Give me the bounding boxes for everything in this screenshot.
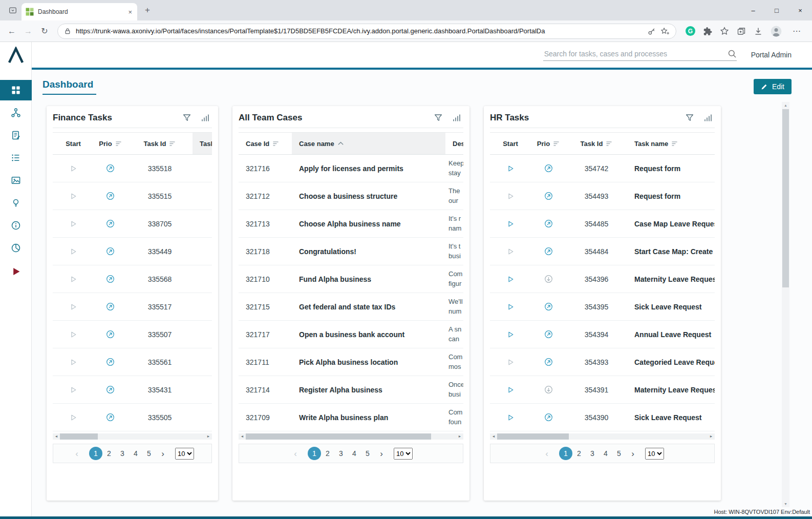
page-size-select[interactable]: 10 xyxy=(645,448,664,460)
task-row[interactable]: 354396 Maternity Leave Request xyxy=(490,265,715,293)
case-row[interactable]: 321712 Choose a business structure Theou… xyxy=(239,182,463,210)
page-number-button[interactable]: 4 xyxy=(348,447,361,460)
column-header-start[interactable]: Start xyxy=(53,133,94,154)
grammarly-icon[interactable]: G xyxy=(686,26,695,36)
global-search[interactable] xyxy=(543,49,737,61)
case-row[interactable]: 321713 Choose Alpha business name It's r… xyxy=(239,210,463,238)
maximize-button[interactable]: □ xyxy=(765,0,788,20)
next-page-button[interactable]: › xyxy=(375,449,388,459)
column-header-task-id[interactable]: Task Id xyxy=(127,133,193,154)
search-input[interactable] xyxy=(543,49,723,58)
task-row[interactable]: 354484 Start Case Map: Create Lea xyxy=(490,238,715,265)
sidebar-item-cases[interactable] xyxy=(0,148,32,168)
prev-page-button[interactable]: ‹ xyxy=(541,449,553,459)
task-row[interactable]: 354394 Annual Leave Request xyxy=(490,321,715,348)
page-scrollbar[interactable]: ▲ ▼ xyxy=(782,102,789,507)
scrollbar-track[interactable] xyxy=(60,433,205,440)
chart-icon[interactable] xyxy=(702,112,714,123)
scrollbar-track[interactable] xyxy=(246,433,456,440)
column-header-description[interactable]: Description xyxy=(445,133,463,154)
tab-actions-button[interactable] xyxy=(5,3,20,18)
user-menu[interactable]: Portal Admin xyxy=(751,51,792,59)
back-button[interactable]: ← xyxy=(4,24,19,39)
case-row[interactable]: 321710 Fund Alpha business Comfigur xyxy=(239,265,463,293)
start-task-button[interactable] xyxy=(506,358,515,366)
start-task-button[interactable] xyxy=(506,247,515,256)
start-task-button[interactable] xyxy=(506,220,515,228)
forward-button[interactable]: → xyxy=(20,24,36,39)
task-row[interactable]: 354390 Sick Leave Request xyxy=(490,404,715,431)
horizontal-scrollbar[interactable]: ◄ ► xyxy=(53,433,212,440)
task-row[interactable]: 335431 xyxy=(53,376,212,404)
task-row[interactable]: 335568 xyxy=(53,265,212,293)
page-number-button[interactable]: 1 xyxy=(559,447,572,460)
task-row[interactable]: 335518 xyxy=(53,155,212,182)
task-row[interactable]: 335507 xyxy=(53,321,212,348)
favorites-star-icon[interactable] xyxy=(720,27,729,36)
next-page-button[interactable]: › xyxy=(627,449,639,459)
prev-page-button[interactable]: ‹ xyxy=(289,449,302,459)
scroll-right-icon[interactable]: ► xyxy=(456,433,463,440)
collections-icon[interactable] xyxy=(737,27,746,36)
start-task-button[interactable] xyxy=(69,220,77,228)
add-favorite-icon[interactable] xyxy=(660,27,670,35)
column-header-task-id[interactable]: Task Id xyxy=(566,133,627,154)
task-row[interactable]: 354485 Case Map Leave Request xyxy=(490,210,715,238)
tab-close-button[interactable]: × xyxy=(127,8,133,16)
scroll-right-icon[interactable]: ► xyxy=(205,433,212,440)
filter-icon[interactable] xyxy=(433,112,444,123)
case-row[interactable]: 321716 Apply for licenses and permits Ke… xyxy=(239,155,463,182)
page-number-button[interactable]: 4 xyxy=(129,447,142,460)
start-task-button[interactable] xyxy=(506,330,515,339)
task-row[interactable]: 354391 Maternity Leave Request xyxy=(490,376,715,404)
start-task-button[interactable] xyxy=(506,413,515,422)
minimize-button[interactable]: – xyxy=(741,0,765,20)
refresh-button[interactable]: ↻ xyxy=(37,24,52,39)
column-header-task-name[interactable]: Task name xyxy=(193,133,212,154)
sidebar-item-statistics[interactable] xyxy=(0,238,32,258)
start-task-button[interactable] xyxy=(506,164,515,173)
task-row[interactable]: 354742 Request form xyxy=(490,155,715,182)
sidebar-item-ideas[interactable] xyxy=(0,193,32,213)
page-number-button[interactable]: 2 xyxy=(321,447,334,460)
start-task-button[interactable] xyxy=(506,192,515,200)
page-number-button[interactable]: 2 xyxy=(102,447,116,460)
scroll-up-icon[interactable]: ▲ xyxy=(782,103,789,107)
sidebar-item-info[interactable] xyxy=(0,215,32,236)
case-row[interactable]: 321711 Pick Alpha business location Comm… xyxy=(239,348,463,376)
scrollbar-thumb[interactable] xyxy=(497,433,569,440)
scrollbar-track[interactable] xyxy=(497,433,708,440)
column-header-case-name[interactable]: Case name xyxy=(292,133,445,154)
page-number-button[interactable]: 1 xyxy=(89,447,102,460)
start-task-button[interactable] xyxy=(69,330,77,339)
page-number-button[interactable]: 5 xyxy=(612,447,626,460)
page-number-button[interactable]: 3 xyxy=(334,447,348,460)
page-number-button[interactable]: 4 xyxy=(599,447,612,460)
start-task-button[interactable] xyxy=(69,275,77,283)
downloads-icon[interactable] xyxy=(754,27,763,36)
next-page-button[interactable]: › xyxy=(157,449,169,459)
address-bar[interactable]: https://trunk-wawa.axonivy.io/Portal/fac… xyxy=(57,24,676,39)
column-header-task-name[interactable]: Task name xyxy=(627,133,715,154)
prev-page-button[interactable]: ‹ xyxy=(71,449,83,459)
filter-icon[interactable] xyxy=(181,112,193,123)
task-row[interactable]: 335517 xyxy=(53,293,212,321)
browser-tab[interactable]: Dashboard × xyxy=(22,3,137,20)
sidebar-item-processes[interactable] xyxy=(0,102,32,123)
task-row[interactable]: 354395 Sick Leave Request xyxy=(490,293,715,321)
start-task-button[interactable] xyxy=(506,386,515,394)
page-size-select[interactable]: 10 xyxy=(175,448,194,460)
column-header-start[interactable]: Start xyxy=(490,133,531,154)
sidebar-item-gallery[interactable] xyxy=(0,170,32,191)
filter-icon[interactable] xyxy=(684,112,695,123)
column-header-prio[interactable]: Prio xyxy=(94,133,127,154)
task-row[interactable]: 354393 Categoried Leave Request xyxy=(490,348,715,376)
scrollbar-thumb[interactable] xyxy=(60,433,98,440)
new-tab-button[interactable]: + xyxy=(140,3,155,17)
task-row[interactable]: 335449 xyxy=(53,238,212,265)
sidebar-item-run[interactable] xyxy=(0,261,32,282)
scrollbar-thumb[interactable] xyxy=(246,433,431,440)
case-row[interactable]: 321714 Register Alpha business Oncebusi xyxy=(239,376,463,404)
case-row[interactable]: 321718 Congratulations! It's tbusi xyxy=(239,238,463,265)
start-task-button[interactable] xyxy=(506,303,515,311)
